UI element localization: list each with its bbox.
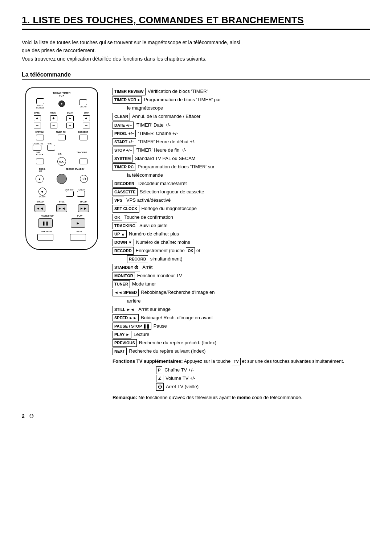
text-standby: Arrêt [142, 263, 152, 271]
btn-tracking[interactable] [79, 159, 87, 164]
text-tv-vol: Volume TV +/- [166, 374, 196, 382]
smiley-icon: ☺ [28, 412, 35, 420]
text-speed-ff: Bobinage/ Rech. d'image en avant [141, 314, 213, 322]
desc-timer-rc-cont: la télécommande [113, 171, 370, 179]
remote-container: TODAY/TIMERVCR TIMERREVIEW ● CLEAR [22, 87, 102, 250]
labels-system-row: SYSTEM TIMER RC DECODER [29, 131, 94, 133]
key-timer-rc: TIMER RC [113, 163, 135, 171]
btn-center-top[interactable]: ● [58, 100, 65, 107]
text-ok: Touche de confirmation [124, 213, 173, 221]
btn-previous[interactable] [37, 234, 53, 241]
key-vps: VPS [113, 197, 124, 204]
btn-minus-4[interactable]: − [83, 123, 90, 128]
btn-prog-up[interactable]: ▲ [36, 175, 44, 183]
desc-down: DOWN ▼ Numéro de chaîne: moins [113, 238, 370, 246]
key-previous: PREVIOUS [113, 339, 137, 347]
desc-tv-vol: ∠ Volume TV +/- [156, 374, 370, 382]
text-previous: Recherche du repère précéd. (Index) [139, 339, 216, 347]
text-speed-rewind-cont: arrière [127, 297, 141, 305]
btn-clear[interactable] [79, 99, 87, 105]
btn-cassette[interactable] [33, 145, 41, 151]
desc-timer-review: TIMER REVIEW Vérification de blocs 'TIME… [113, 87, 370, 95]
page-title: 1. LISTE DES TOUCHES, COMMANDES ET BRANC… [22, 15, 370, 30]
text-set-clock: Horloge du magnétoscope [142, 205, 197, 213]
label-down-lbl: DOWN [39, 196, 45, 198]
key-monitor: MONITOR [113, 272, 135, 280]
remote-plus-row: + + + + [29, 115, 94, 121]
btn-plus-4[interactable]: + [83, 115, 90, 121]
desc-ok: OK Touche de confirmation [113, 213, 370, 221]
btn-record[interactable] [57, 174, 67, 184]
btn-pause-stop[interactable]: ❚❚ [38, 218, 53, 228]
btn-ok[interactable]: O.K. [57, 157, 66, 166]
btn-standby[interactable]: ⏻ [80, 175, 88, 183]
desc-system: SYSTEM Standard TV PAL ou SECAM [113, 155, 370, 163]
btn-set-clock[interactable] [36, 159, 44, 164]
desc-play: PLAY ► Lecture [113, 331, 370, 338]
key-clear: CLEAR [113, 113, 130, 120]
btn-minus-2[interactable]: − [50, 123, 57, 128]
key-standby: STANDBY ⏻ [113, 264, 140, 271]
btn-vps[interactable] [47, 145, 55, 151]
desc-stop: STOP +/− 'TIMER' Heure de fin +/- [113, 146, 370, 154]
btn-plus-1[interactable]: + [34, 115, 41, 121]
key-tuner: TUNER [113, 280, 130, 288]
key-record-2: RECORD [127, 255, 148, 263]
text-system: Standard TV PAL ou SECAM [135, 155, 195, 163]
content-area: TODAY/TIMERVCR TIMERREVIEW ● CLEAR [22, 87, 370, 401]
label-timer-review: TIMERREVIEW [36, 104, 44, 109]
text-date: 'TIMER' Date +/- [136, 121, 171, 129]
label-play-lbl: PLAY [77, 215, 82, 217]
key-tv-vol: ∠ [156, 375, 163, 382]
remote-minus-row: − − − − [29, 123, 94, 128]
intro-block: Voici la liste de toutes les touches qui… [22, 38, 370, 63]
label-date: DATE [34, 112, 40, 114]
btn-tuner[interactable] [77, 191, 85, 197]
desc-timer-vcr: TIMER VCR ● Programmation de blocs 'TIME… [113, 96, 370, 104]
key-start: START +/− [113, 138, 136, 146]
key-record: RECORD [113, 247, 134, 255]
btn-ff[interactable]: ►► [78, 204, 89, 212]
btn-system[interactable] [36, 135, 44, 140]
remote-labels-row: DATE PROG. START STOP [29, 112, 94, 114]
btn-plus-2[interactable]: + [50, 115, 57, 121]
btn-decoder[interactable] [79, 135, 87, 140]
btn-timer[interactable] [36, 98, 44, 104]
key-timer-review: TIMER REVIEW [113, 88, 146, 95]
remarque-text1: Ne fonctionne qu'avec des téléviseurs ay… [139, 395, 237, 400]
labels-speed-row: SPEED STILL SPEED [29, 201, 94, 203]
key-decoder: DECODER [113, 180, 136, 188]
key-down: DOWN ▼ [113, 239, 134, 246]
text-up: Numéro de chaîne: plus [129, 230, 179, 238]
text-tv-standby: Arrêt TV (veille) [166, 383, 199, 391]
remarque-block: Remarque: Ne fonctionne qu'avec des télé… [113, 394, 370, 402]
intro-line1: Voici la liste de toutes les touches qui… [22, 40, 240, 45]
page-number: 2 [22, 413, 25, 419]
text-monitor: Fonction moniteur TV [137, 272, 182, 280]
text-vps: VPS activé/désactivé [126, 196, 171, 204]
label-speed2-lbl: SPEED [80, 201, 87, 203]
remote-prevnext-row [29, 234, 94, 241]
remote-clock-row: O.K. [29, 157, 94, 166]
labels-pause-row: PAUSE/STOP PLAY [29, 215, 94, 217]
label-set-clock-lbl: SETCLOCK [36, 151, 44, 156]
key-speed-rewind: ◄◄ SPEED [113, 289, 139, 296]
btn-rewind[interactable]: ◄◄ [34, 204, 45, 212]
key-next: NEXT [113, 348, 127, 355]
btn-next[interactable] [70, 234, 86, 241]
desc-speed-rewind-cont: arrière [113, 297, 370, 305]
btn-minus-1[interactable]: − [34, 123, 41, 128]
btn-monitor[interactable] [66, 191, 74, 197]
label-timer-rc-lbl: TIMER RC [56, 131, 66, 133]
desc-vps: VPS VPS activé/désactivé [113, 196, 370, 204]
btn-down[interactable]: ▼ [38, 188, 46, 196]
btn-play[interactable]: ► [71, 218, 85, 228]
key-tv-standby: ⏻ [156, 383, 164, 391]
btn-plus-3[interactable]: + [66, 115, 74, 121]
intro-line2: que des prises de raccordement. [22, 48, 96, 53]
btn-minus-3[interactable]: − [66, 123, 74, 128]
btn-timer-rc[interactable] [58, 135, 66, 140]
desc-tracking: TRACKING Suivi de piste [113, 222, 370, 230]
btn-still[interactable]: ►◄ [56, 204, 67, 212]
key-up: UP ▲ [113, 230, 127, 238]
